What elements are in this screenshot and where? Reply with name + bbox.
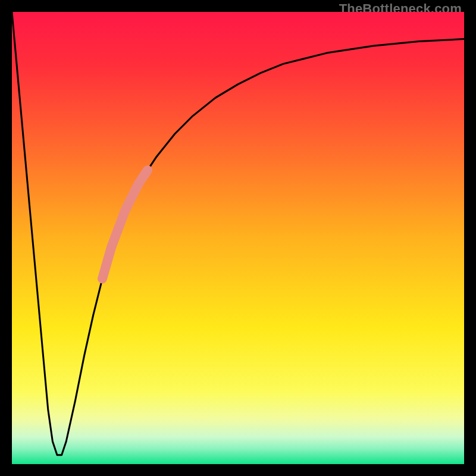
plot-area	[12, 12, 464, 464]
gradient-background	[12, 12, 464, 464]
highlight-dot	[101, 267, 109, 275]
highlight-dot	[114, 225, 123, 233]
highlight-dot	[107, 243, 115, 251]
chart-svg	[12, 12, 464, 464]
chart-frame: TheBottleneck.com	[0, 0, 476, 476]
